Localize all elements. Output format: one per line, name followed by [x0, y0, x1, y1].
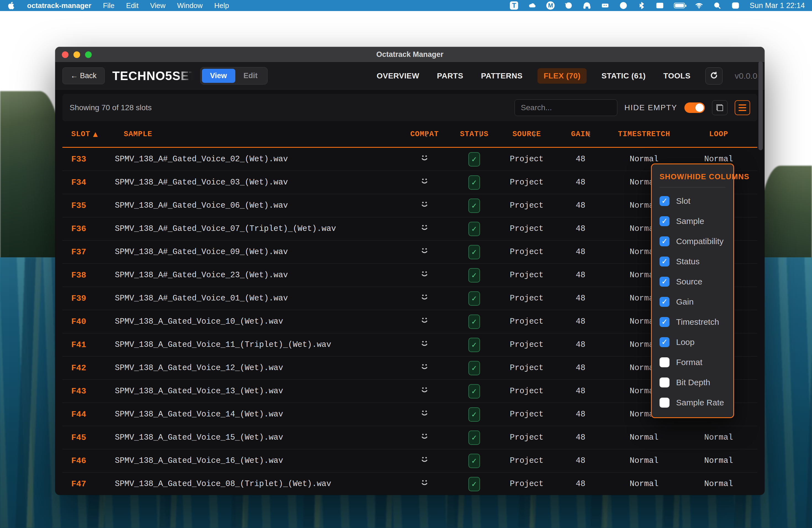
column-visibility-item[interactable]: Bit Depth [659, 372, 726, 392]
minimize-button[interactable] [73, 52, 80, 58]
sample-name-cell: SPMV_138_A#_Gated_Voice_09_(Wet).wav [115, 247, 401, 256]
compat-cell [401, 477, 448, 491]
checkbox-unchecked-icon[interactable] [659, 357, 669, 367]
column-header-timestretch[interactable]: TIMESTRETCH [608, 130, 680, 138]
nav-parts[interactable]: PARTS [434, 68, 466, 84]
column-header-slot[interactable]: SLOT▲ [62, 130, 115, 138]
status-cell: ✓ [448, 407, 501, 422]
apple-menu-icon[interactable] [7, 1, 15, 10]
gain-cell: 48 [553, 270, 608, 280]
checkbox-unchecked-icon[interactable] [659, 378, 669, 387]
search-input[interactable] [514, 99, 617, 116]
column-header-loop[interactable]: LOOP [680, 130, 757, 138]
menu-view[interactable]: View [150, 1, 165, 10]
checkbox-unchecked-icon[interactable] [659, 398, 669, 408]
column-visibility-item[interactable]: Sample Rate [659, 392, 726, 413]
nav-tools[interactable]: TOOLS [661, 68, 693, 84]
source-cell: Project [501, 155, 553, 164]
battery-icon[interactable] [674, 3, 685, 8]
back-button[interactable]: ← Back [62, 68, 105, 84]
column-visibility-item[interactable]: ✓Compatibility [659, 231, 726, 251]
view-mode-button[interactable]: View [202, 69, 235, 83]
wifi-icon[interactable] [695, 1, 703, 10]
mega-icon[interactable]: M [546, 1, 555, 10]
checkbox-checked-icon[interactable]: ✓ [659, 317, 669, 327]
keyboard-icon[interactable] [656, 1, 664, 10]
nav-patterns[interactable]: PATTERNS [478, 68, 525, 84]
menu-help[interactable]: Help [214, 1, 229, 10]
checkbox-checked-icon[interactable]: ✓ [659, 236, 669, 246]
checkbox-checked-icon[interactable]: ✓ [659, 256, 669, 266]
columns-menu-title: SHOW/HIDE COLUMNS [659, 173, 726, 181]
refresh-button[interactable] [706, 68, 723, 85]
column-visibility-item[interactable]: ✓Timestretch [659, 312, 726, 332]
close-button[interactable] [62, 52, 69, 58]
app-header: ← Back TECHNO5SET View Edit OVERVIEW PAR… [55, 62, 765, 89]
copy-icon [716, 104, 723, 111]
sample-name-cell: SPMV_138_A#_Gated_Voice_02_(Wet).wav [115, 155, 401, 164]
textedit-icon[interactable]: T [510, 1, 518, 10]
play-icon[interactable] [619, 1, 627, 10]
checkbox-checked-icon[interactable]: ✓ [659, 216, 669, 226]
column-visibility-item[interactable]: ✓Loop [659, 332, 726, 352]
table-row[interactable]: F45 SPMV_138_A_Gated_Voice_15_(Wet).wav … [62, 426, 757, 449]
column-visibility-label: Compatibility [676, 237, 724, 246]
columns-menu-button[interactable] [735, 100, 750, 115]
column-visibility-label: Status [676, 257, 700, 266]
column-menu-dots-icon[interactable]: ⋮ [423, 130, 430, 138]
menu-file[interactable]: File [103, 1, 115, 10]
edit-mode-button[interactable]: Edit [235, 69, 266, 83]
zoom-button[interactable] [85, 52, 92, 58]
search-icon[interactable] [713, 1, 721, 10]
gain-cell: 48 [553, 224, 608, 233]
table-row[interactable]: F47 SPMV_138_A_Gated_Voice_08_(Triplet)_… [62, 472, 757, 495]
column-visibility-item[interactable]: Format [659, 352, 726, 372]
menu-window[interactable]: Window [177, 1, 202, 10]
time-machine-icon[interactable] [565, 1, 573, 10]
column-visibility-item[interactable]: ✓Status [659, 251, 726, 272]
menubar-clock[interactable]: Sun Mar 1 22:14 [750, 1, 805, 10]
status-ok-icon: ✓ [468, 454, 480, 468]
column-menu-dots-icon[interactable]: ⋮ [477, 130, 484, 138]
gain-cell: 48 [553, 410, 608, 419]
column-visibility-item[interactable]: ✓Gain [659, 292, 726, 312]
nav-static[interactable]: STATIC (61) [599, 68, 649, 84]
checkbox-checked-icon[interactable]: ✓ [659, 297, 669, 307]
checkbox-checked-icon[interactable]: ✓ [659, 337, 669, 347]
hide-empty-toggle[interactable] [684, 102, 705, 113]
column-header-status[interactable]: STATUS [448, 130, 501, 138]
timestretch-cell: Normal [608, 480, 680, 488]
source-cell: Project [501, 480, 553, 488]
user-switch-icon[interactable] [731, 1, 740, 10]
bluetooth-icon[interactable] [637, 1, 646, 10]
column-header-source[interactable]: SOURCE [501, 130, 553, 138]
window-scrollbar[interactable] [758, 61, 763, 493]
nav-flex[interactable]: FLEX (70) [537, 68, 586, 84]
column-visibility-item[interactable]: ✓Sample [659, 211, 726, 231]
drive-icon[interactable] [601, 1, 609, 10]
nav-overview[interactable]: OVERVIEW [374, 68, 422, 84]
table-row[interactable]: F46 SPMV_138_A_Gated_Voice_16_(Wet).wav … [62, 449, 757, 472]
cloud-icon[interactable] [528, 1, 536, 10]
column-visibility-item[interactable]: ✓Source [659, 272, 726, 292]
compat-cell [401, 292, 448, 305]
loop-cell: Normal [680, 155, 757, 164]
menubar-app-name[interactable]: octatrack-manager [27, 1, 91, 10]
headphones-icon[interactable] [583, 1, 591, 10]
column-visibility-item[interactable]: ✓Slot [659, 191, 726, 211]
menu-edit[interactable]: Edit [126, 1, 139, 10]
window-titlebar[interactable]: Octatrack Manager [55, 47, 765, 62]
column-menu-dots-icon[interactable]: ⋮ [531, 130, 538, 138]
column-menu-dots-icon[interactable]: ⋮ [586, 130, 593, 138]
scrollbar-thumb[interactable] [758, 61, 763, 150]
column-header-gain[interactable]: GAIN [553, 130, 608, 138]
status-cell: ✓ [448, 268, 501, 282]
smiley-icon [419, 412, 430, 421]
gain-cell: 48 [553, 456, 608, 465]
compat-cell [401, 315, 448, 328]
copy-button[interactable] [712, 100, 727, 115]
column-header-sample[interactable]: SAMPLE [115, 130, 401, 138]
sample-name-cell: SPMV_138_A#_Gated_Voice_03_(Wet).wav [115, 178, 401, 187]
checkbox-checked-icon[interactable]: ✓ [659, 196, 669, 206]
checkbox-checked-icon[interactable]: ✓ [659, 277, 669, 287]
